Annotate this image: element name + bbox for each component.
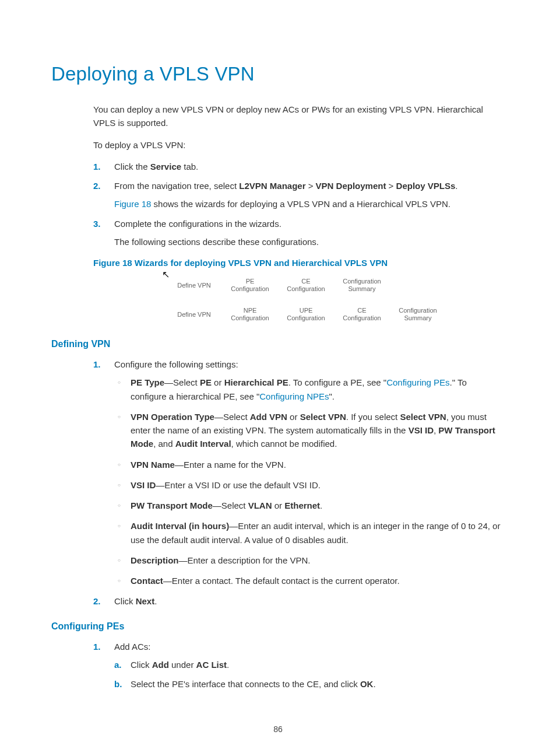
step-1-number: 1.	[93, 160, 101, 173]
step-2-line-2: Figure 18 shows the wizards for deployin…	[114, 197, 505, 211]
bullet-icon: ○	[118, 523, 121, 530]
setting-description: ○ Description—Enter a description for th…	[114, 554, 505, 567]
dvpn-step-2-text: Click Next.	[114, 594, 505, 608]
step-1: 1. Click the Service tab.	[93, 160, 505, 173]
setting-vpn-operation-type: ○ VPN Operation Type—Select Add VPN or S…	[114, 410, 505, 451]
defining-vpn-step-1: 1. Configure the following settings: ○ P…	[93, 358, 505, 587]
bullet-icon: ○	[118, 578, 121, 584]
bullet-icon: ○	[118, 502, 121, 509]
defining-vpn-step-2: 2. Click Next.	[93, 594, 505, 608]
config-pes-steps: 1. Add ACs: a. Click Add under AC List. …	[93, 640, 505, 691]
defining-vpn-heading: Defining VPN	[51, 339, 505, 349]
dvpn-step-1-number: 1.	[93, 358, 101, 371]
bullet-icon: ○	[118, 379, 121, 386]
dvpn-settings-list: ○ PE Type—Select PE or Hierarchical PE. …	[114, 376, 505, 587]
defining-vpn-steps: 1. Configure the following settings: ○ P…	[93, 358, 505, 608]
setting-vpn-name: ○ VPN Name—Enter a name for the VPN.	[114, 458, 505, 471]
wizard-hier-step-1: Define VPN	[161, 303, 224, 326]
wizard-hier-step-4: CE Configuration	[329, 303, 392, 326]
setting-pw-transport-mode: ○ PW Transport Mode—Select VLAN or Ether…	[114, 499, 505, 512]
cpe-step-1-lead: Add ACs:	[114, 640, 505, 653]
figure-18-caption: Figure 18 Wizards for deploying VPLS VPN…	[93, 258, 505, 268]
sub-a-marker: a.	[114, 658, 122, 671]
main-steps-list: 1. Click the Service tab. 2. From the na…	[93, 160, 505, 249]
setting-pe-type: ○ PE Type—Select PE or Hierarchical PE. …	[114, 376, 505, 403]
setting-contact: ○ Contact—Enter a contact. The default c…	[114, 574, 505, 587]
config-pes-step-1: 1. Add ACs: a. Click Add under AC List. …	[93, 640, 505, 691]
step-2-line-1: From the navigation tree, select L2VPN M…	[114, 179, 505, 192]
page: Deploying a VPLS VPN You can deploy a ne…	[0, 0, 556, 756]
figure-18-link[interactable]: Figure 18	[114, 199, 151, 209]
wizard-hier-step-3: UPE Configuration	[273, 303, 336, 326]
wizard-vpls-step-4: Configuration Summary	[329, 274, 392, 297]
cpe-sub-steps: a. Click Add under AC List. b. Select th…	[114, 658, 505, 691]
intro-paragraph-1: You can deploy a new VPLS VPN or deploy …	[93, 103, 505, 130]
wizard-row-hierarchical: Hierarchical VPLS VPN Define VPN NPE Con…	[93, 303, 505, 326]
cpe-sub-a: a. Click Add under AC List.	[114, 658, 505, 671]
sub-b-marker: b.	[114, 677, 122, 691]
configuring-npes-link[interactable]: Configuring NPEs	[259, 391, 329, 401]
bullet-icon: ○	[118, 461, 121, 468]
dvpn-step-1-lead: Configure the following settings:	[114, 358, 505, 371]
step-3-line-1: Complete the configurations in the wizar…	[114, 217, 505, 230]
wizard-vpls-head: VPLS VPN	[93, 274, 168, 297]
wizard-vpls-step-2: PE Configuration	[217, 274, 280, 297]
step-1-text: Click the Service tab.	[114, 160, 505, 173]
wizard-hier-head: Hierarchical VPLS VPN	[93, 303, 168, 326]
bullet-icon: ○	[118, 557, 121, 564]
wizard-vpls-step-1: Define VPN	[161, 274, 224, 297]
configuring-pes-link[interactable]: Configuring PEs	[386, 377, 449, 387]
page-number: 86	[0, 724, 556, 734]
wizard-diagram: ↖ VPLS VPN Define VPN PE Configuration C…	[93, 274, 505, 326]
wizard-hier-step-2: NPE Configuration	[217, 303, 280, 326]
setting-vsi-id: ○ VSI ID—Enter a VSI ID or use the defau…	[114, 478, 505, 492]
setting-audit-interval: ○ Audit Interval (in hours)—Enter an aud…	[114, 519, 505, 547]
cpe-sub-b: b. Select the PE's interface that connec…	[114, 677, 505, 691]
step-2: 2. From the navigation tree, select L2VP…	[93, 179, 505, 211]
wizard-row-vpls: VPLS VPN Define VPN PE Configuration CE …	[93, 274, 505, 297]
wizard-hier-step-5: Configuration Summary	[385, 303, 448, 326]
bullet-icon: ○	[118, 482, 121, 489]
bullet-icon: ○	[118, 414, 121, 421]
wizard-vpls-step-3: CE Configuration	[273, 274, 336, 297]
intro-paragraph-2: To deploy a VPLS VPN:	[93, 138, 505, 152]
step-3-number: 3.	[93, 217, 101, 230]
step-2-number: 2.	[93, 179, 101, 192]
configuring-pes-heading: Configuring PEs	[51, 621, 505, 632]
step-3: 3. Complete the configurations in the wi…	[93, 217, 505, 249]
dvpn-step-2-number: 2.	[93, 594, 101, 608]
page-title: Deploying a VPLS VPN	[51, 63, 505, 85]
intro-block: You can deploy a new VPLS VPN or deploy …	[93, 103, 505, 326]
step-3-line-2: The following sections describe these co…	[114, 235, 505, 249]
cpe-step-1-number: 1.	[93, 640, 101, 653]
